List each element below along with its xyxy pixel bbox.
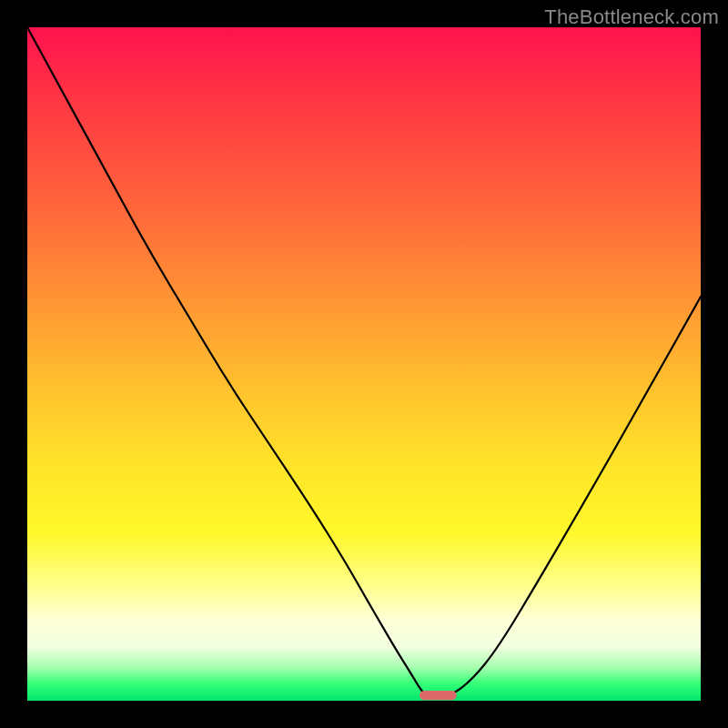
- chart-frame: [27, 27, 701, 701]
- watermark-text: TheBottleneck.com: [544, 5, 719, 29]
- chart-background-gradient: [27, 27, 701, 701]
